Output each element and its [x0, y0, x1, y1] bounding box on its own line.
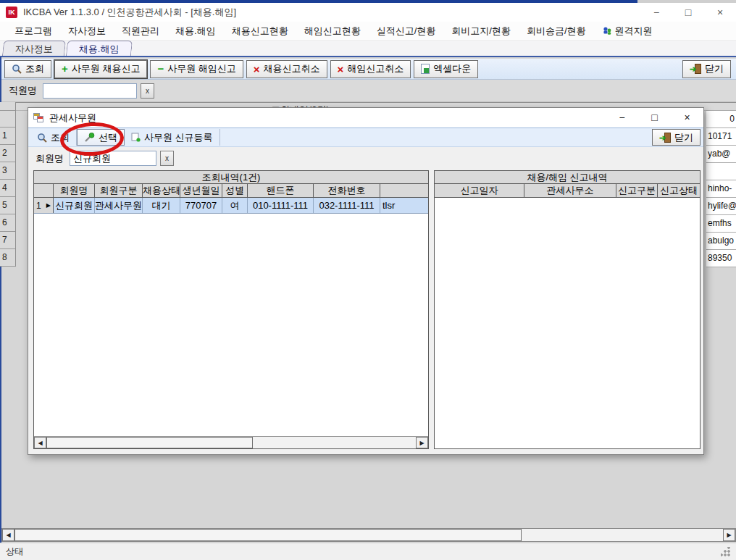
- cell-member-name[interactable]: 신규회원: [54, 198, 95, 213]
- tab-hire-dismiss[interactable]: 채용.해임: [66, 41, 133, 56]
- menu-staff-mgmt[interactable]: 직원관리: [114, 25, 167, 38]
- member-name-label: 회원명: [35, 152, 64, 165]
- form-window-icon: [33, 113, 44, 122]
- menu-dismiss-report-status[interactable]: 해임신고현황: [296, 25, 369, 38]
- member-row-selected[interactable]: 1 ▶ 신규회원 관세사무원 대기 770707 여 010-1111-111 …: [34, 198, 428, 214]
- cell-hire-status[interactable]: 대기: [143, 198, 180, 213]
- scrollbar-track[interactable]: [253, 437, 416, 448]
- exit-door-icon: ➔: [659, 133, 671, 143]
- dialog-toolbar: 조회 선택 사무원 신규등록 ➔ 닫기: [28, 128, 703, 147]
- member-name-input[interactable]: [70, 151, 156, 166]
- scroll-left-icon[interactable]: ◀: [34, 437, 46, 448]
- close-icon[interactable]: ×: [704, 3, 736, 22]
- dialog-search-button[interactable]: 조회: [30, 129, 77, 146]
- row-number: 4: [0, 180, 15, 197]
- col-mobile: 핸드폰: [248, 184, 314, 197]
- member-name-clear-button[interactable]: x: [160, 151, 174, 166]
- col-gender: 성별: [222, 184, 248, 197]
- dialog-register-clerk-button[interactable]: 사무원 신규등록: [125, 129, 220, 146]
- clerk-hire-report-button[interactable]: + 사무원 채용신고: [54, 60, 147, 78]
- partial-cell: abulgo: [706, 233, 736, 250]
- cell-gender[interactable]: 여: [222, 198, 248, 213]
- search-icon: [37, 133, 47, 143]
- menu-hire-dismiss[interactable]: 채용.해임: [167, 25, 224, 38]
- menu-company-info[interactable]: 자사정보: [60, 25, 114, 38]
- cell-birth-date[interactable]: 770707: [180, 198, 222, 213]
- picker-pin-icon: [84, 133, 95, 143]
- col-report-date: 신고일자: [435, 184, 524, 197]
- main-hscrollbar: ◀ ▶: [1, 528, 736, 542]
- dismiss-report-cancel-button[interactable]: × 해임신고취소: [330, 60, 411, 78]
- result-group-header: 조회내역(1건): [34, 171, 428, 184]
- report-group-header: 채용/해임 신고내역: [435, 171, 700, 184]
- red-x-icon: ×: [338, 64, 344, 74]
- scrollbar-track[interactable]: [522, 529, 723, 541]
- close-page-button[interactable]: ➔ 닫기: [682, 60, 731, 78]
- background-grid-row-numbers: 1 2 3 4 5 6 7 8: [0, 102, 16, 267]
- scrollbar-thumb[interactable]: [14, 529, 522, 541]
- col-member-name: 회원명: [54, 184, 95, 197]
- col-phone: 전화번호: [314, 184, 380, 197]
- row-number: 3: [0, 162, 15, 180]
- dialog-maximize-icon[interactable]: □: [638, 108, 671, 128]
- partial-cell: emfhs: [706, 215, 736, 233]
- menu-performance-report[interactable]: 실적신고/현황: [369, 25, 444, 38]
- dialog-select-button[interactable]: 선택: [77, 129, 125, 146]
- col-report-type: 신고구분: [616, 184, 658, 197]
- cell-partial[interactable]: tlsr: [380, 198, 428, 213]
- dialog-title: 관세사무원: [49, 112, 96, 125]
- dialog-minimize-icon[interactable]: −: [606, 108, 638, 128]
- scroll-right-icon[interactable]: ▶: [723, 529, 735, 541]
- cell-member-type[interactable]: 관세사무원: [95, 198, 143, 213]
- row-number: 2: [0, 145, 15, 162]
- excel-icon: [421, 64, 430, 74]
- scroll-left-icon[interactable]: ◀: [2, 529, 14, 541]
- dialog-close-button[interactable]: ➔ 닫기: [652, 129, 701, 146]
- partial-cell: [706, 163, 736, 180]
- background-grid-partial-column: 0 10171 yab@ hinho- hylife@ emfhs abulgo…: [706, 102, 736, 267]
- status-bar: 상태: [0, 543, 736, 560]
- member-filter-row: 회원명 x: [28, 147, 703, 170]
- app-logo-icon: IK: [6, 7, 17, 18]
- partial-cell: hinho-: [706, 180, 736, 198]
- scrollbar-thumb[interactable]: [46, 437, 253, 448]
- clerk-dismiss-report-button[interactable]: − 사무원 해임신고: [150, 60, 243, 78]
- minus-icon: −: [157, 64, 164, 73]
- menu-remote-support[interactable]: 원격지원: [594, 25, 661, 38]
- main-toolbar: 조회 + 사무원 채용신고 − 사무원 해임신고 × 채용신고취소 × 해임신고…: [1, 59, 736, 80]
- resize-grip[interactable]: [721, 547, 730, 556]
- employee-name-input[interactable]: [43, 83, 137, 99]
- menu-fee-notice[interactable]: 회비고지/현황: [443, 25, 519, 38]
- cell-mobile[interactable]: 010-1111-111: [248, 198, 314, 213]
- row-number: 7: [0, 232, 15, 249]
- result-grid-empty-area: [34, 214, 428, 436]
- current-row-marker-icon: ▶: [46, 202, 51, 209]
- customs-clerk-dialog: 관세사무원 − □ × 조회 선택 사무원 신규등록: [28, 107, 704, 455]
- member-result-grid: 조회내역(1건) 회원명 회원구분 채용상태 생년월일 성별 핸드폰 전화번호 …: [33, 170, 429, 449]
- menu-program[interactable]: 프로그램: [7, 25, 60, 38]
- menu-bar: 프로그램 자사정보 직원관리 채용.해임 채용신고현황 해임신고현황 실적신고/…: [0, 22, 736, 41]
- col-customs-office: 관세사무소: [524, 184, 616, 197]
- menu-fee-remit[interactable]: 회비송금/현황: [519, 25, 594, 38]
- window-title: IKCBA Ver 1.1.3.0 / 인천공항관세사회 - [채용.해임]: [23, 6, 236, 19]
- plus-icon: +: [62, 64, 68, 73]
- scroll-right-icon[interactable]: ▶: [416, 437, 428, 448]
- col-birth-date: 생년월일: [180, 184, 222, 197]
- row-number: 5: [0, 197, 15, 214]
- employee-name-clear-button[interactable]: x: [141, 83, 154, 99]
- dialog-close-icon[interactable]: ×: [671, 108, 703, 128]
- report-column-header-row: 신고일자 관세사무소 신고구분 신고상태: [435, 184, 700, 198]
- menu-hire-report-status[interactable]: 채용신고현황: [224, 25, 296, 38]
- maximize-icon[interactable]: □: [672, 3, 704, 22]
- excel-download-button[interactable]: 엑셀다운: [414, 60, 478, 78]
- red-x-icon: ×: [254, 64, 260, 74]
- partial-cell: yab@: [706, 146, 736, 163]
- tab-company-info[interactable]: 자사정보: [2, 41, 66, 56]
- cell-phone[interactable]: 032-1111-111: [314, 198, 380, 213]
- search-button[interactable]: 조회: [4, 60, 51, 78]
- search-icon: [12, 64, 22, 74]
- remote-support-icon: [602, 26, 612, 35]
- title-bar: IK IKCBA Ver 1.1.3.0 / 인천공항관세사회 - [채용.해임…: [0, 3, 736, 22]
- minimize-icon[interactable]: −: [640, 3, 672, 22]
- hire-report-cancel-button[interactable]: × 채용신고취소: [246, 60, 327, 78]
